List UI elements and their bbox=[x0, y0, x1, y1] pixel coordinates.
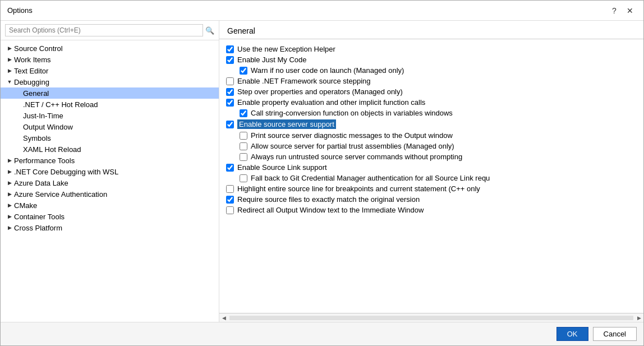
tree-item-symbols[interactable]: Symbols bbox=[1, 132, 219, 144]
tree-item-xaml-hot-reload[interactable]: XAML Hot Reload bbox=[1, 144, 219, 155]
tree-item-cmake[interactable]: ▶CMake bbox=[1, 200, 219, 211]
checkbox-enable-source-server[interactable] bbox=[226, 121, 234, 128]
checkbox-enable-property-eval[interactable] bbox=[226, 99, 234, 107]
dialog-title: Options bbox=[7, 6, 33, 15]
option-label-redirect-output-window: Redirect all Output Window text to the I… bbox=[237, 206, 424, 214]
checkbox-redirect-output-window[interactable] bbox=[226, 206, 234, 214]
option-label-enable-net-framework-stepping: Enable .NET Framework source stepping bbox=[237, 77, 370, 85]
bottom-bar: OK Cancel bbox=[1, 322, 643, 345]
tree-label-symbols: Symbols bbox=[23, 134, 214, 142]
tree-arrow-cross-platform: ▶ bbox=[5, 223, 14, 232]
checkbox-use-new-exception-helper[interactable] bbox=[226, 45, 234, 53]
option-label-enable-source-link: Enable Source Link support bbox=[237, 163, 327, 172]
content-area: 🔍 ▶Source Control▶Work Items▶Text Editor… bbox=[1, 21, 643, 322]
option-row-step-over-properties: Step over properties and operators (Mana… bbox=[226, 86, 637, 97]
option-row-allow-source-server-partial: Allow source server for partial trust as… bbox=[226, 141, 637, 151]
tree-label-cmake: CMake bbox=[14, 201, 214, 210]
tree-item-net-core-debugging[interactable]: ▶.NET Core Debugging with WSL bbox=[1, 166, 219, 177]
checkbox-step-over-properties[interactable] bbox=[226, 88, 234, 96]
tree-arrow-azure-data-lake: ▶ bbox=[5, 178, 14, 187]
option-row-print-source-server-diag: Print source server diagnostic messages … bbox=[226, 130, 637, 141]
tree-item-net-cpp-hot-reload[interactable]: .NET / C++ Hot Reload bbox=[1, 99, 219, 110]
option-label-require-source-files: Require source files to exactly match th… bbox=[237, 195, 420, 204]
tree-arrow-net-core-debugging: ▶ bbox=[5, 167, 14, 176]
checkbox-allow-source-server-partial[interactable] bbox=[240, 142, 247, 150]
tree-item-container-tools[interactable]: ▶Container Tools bbox=[1, 211, 219, 222]
tree-arrow-general bbox=[14, 89, 23, 98]
options-container[interactable]: Use the new Exception HelperEnable Just … bbox=[219, 39, 643, 313]
tree-item-just-in-time[interactable]: Just-In-Time bbox=[1, 110, 219, 121]
scroll-left-button[interactable]: ◀ bbox=[219, 313, 228, 322]
cancel-button[interactable]: Cancel bbox=[593, 327, 637, 341]
search-icon: 🔍 bbox=[205, 26, 214, 35]
checkbox-warn-no-user-code[interactable] bbox=[240, 67, 247, 75]
option-label-step-over-properties: Step over properties and operators (Mana… bbox=[237, 87, 403, 96]
tree-label-work-items: Work Items bbox=[14, 56, 214, 64]
tree-item-text-editor[interactable]: ▶Text Editor bbox=[1, 65, 219, 76]
scroll-right-button[interactable]: ▶ bbox=[634, 313, 643, 322]
option-row-require-source-files: Require source files to exactly match th… bbox=[226, 194, 637, 205]
tree-label-performance-tools: Performance Tools bbox=[14, 156, 214, 165]
checkbox-always-run-untrusted[interactable] bbox=[240, 153, 247, 161]
option-label-call-string-conversion: Call string-conversion function on objec… bbox=[251, 109, 453, 117]
option-row-enable-net-framework-stepping: Enable .NET Framework source stepping bbox=[226, 76, 637, 86]
option-label-highlight-source-line: Highlight entire source line for breakpo… bbox=[237, 184, 480, 193]
option-label-allow-source-server-partial: Allow source server for partial trust as… bbox=[251, 142, 454, 150]
tree-label-azure-service-auth: Azure Service Authentication bbox=[14, 190, 214, 199]
scroll-track bbox=[229, 316, 633, 320]
tree-item-azure-service-auth[interactable]: ▶Azure Service Authentication bbox=[1, 188, 219, 200]
tree-container[interactable]: ▶Source Control▶Work Items▶Text Editor▼D… bbox=[1, 40, 219, 322]
tree-item-debugging[interactable]: ▼Debugging bbox=[1, 76, 219, 87]
option-label-fall-back-git-credential: Fall back to Git Credential Manager auth… bbox=[251, 174, 490, 182]
tree-item-performance-tools[interactable]: ▶Performance Tools bbox=[1, 155, 219, 166]
tree-arrow-text-editor: ▶ bbox=[5, 66, 14, 75]
option-row-highlight-source-line: Highlight entire source line for breakpo… bbox=[226, 183, 637, 194]
tree-arrow-azure-service-auth: ▶ bbox=[5, 190, 14, 199]
title-bar-buttons: ? ✕ bbox=[608, 4, 637, 17]
checkbox-fall-back-git-credential[interactable] bbox=[240, 174, 247, 182]
tree-label-output-window: Output Window bbox=[23, 123, 214, 131]
checkbox-require-source-files[interactable] bbox=[226, 196, 234, 204]
option-label-warn-no-user-code: Warn if no user code on launch (Managed … bbox=[251, 66, 404, 75]
tree-label-general: General bbox=[23, 89, 214, 98]
tree-item-output-window[interactable]: Output Window bbox=[1, 121, 219, 132]
close-button[interactable]: ✕ bbox=[623, 4, 637, 17]
tree-label-debugging: Debugging bbox=[14, 78, 214, 86]
tree-label-xaml-hot-reload: XAML Hot Reload bbox=[23, 145, 214, 154]
tree-label-azure-data-lake: Azure Data Lake bbox=[14, 179, 214, 187]
help-button[interactable]: ? bbox=[608, 4, 621, 17]
option-row-enable-property-eval: Enable property evaluation and other imp… bbox=[226, 97, 637, 108]
tree-arrow-source-control: ▶ bbox=[5, 44, 14, 53]
tree-label-net-cpp-hot-reload: .NET / C++ Hot Reload bbox=[23, 100, 214, 109]
tree-item-general[interactable]: General bbox=[1, 87, 219, 99]
option-label-enable-source-server: Enable source server support bbox=[237, 119, 336, 129]
option-label-print-source-server-diag: Print source server diagnostic messages … bbox=[251, 131, 453, 140]
ok-button[interactable]: OK bbox=[556, 327, 588, 341]
checkbox-enable-net-framework-stepping[interactable] bbox=[226, 77, 234, 85]
option-label-always-run-untrusted: Always run untrusted source server comma… bbox=[251, 153, 462, 161]
options-dialog: Options ? ✕ 🔍 ▶Source Control▶Work Items… bbox=[0, 0, 644, 346]
checkbox-print-source-server-diag[interactable] bbox=[240, 132, 247, 140]
tree-item-work-items[interactable]: ▶Work Items bbox=[1, 54, 219, 65]
tree-item-source-control[interactable]: ▶Source Control bbox=[1, 43, 219, 54]
horizontal-scrollbar[interactable]: ◀ ▶ bbox=[219, 313, 643, 322]
tree-item-cross-platform[interactable]: ▶Cross Platform bbox=[1, 222, 219, 233]
tree-arrow-performance-tools: ▶ bbox=[5, 156, 14, 165]
checkbox-call-string-conversion[interactable] bbox=[240, 109, 247, 117]
tree-item-azure-data-lake[interactable]: ▶Azure Data Lake bbox=[1, 177, 219, 188]
tree-label-container-tools: Container Tools bbox=[14, 213, 214, 221]
checkbox-enable-just-my-code[interactable] bbox=[226, 56, 234, 64]
checkbox-highlight-source-line[interactable] bbox=[226, 185, 234, 193]
tree-arrow-debugging: ▼ bbox=[5, 77, 14, 86]
left-panel: 🔍 ▶Source Control▶Work Items▶Text Editor… bbox=[1, 21, 219, 322]
tree-arrow-output-window bbox=[14, 122, 23, 131]
tree-arrow-symbols bbox=[14, 133, 23, 142]
checkbox-enable-source-link[interactable] bbox=[226, 164, 234, 172]
option-label-use-new-exception-helper: Use the new Exception Helper bbox=[237, 45, 335, 53]
search-input[interactable] bbox=[5, 24, 203, 36]
option-row-enable-source-server: Enable source server support bbox=[226, 118, 637, 130]
right-panel: General Use the new Exception HelperEnab… bbox=[219, 21, 643, 322]
option-row-warn-no-user-code: Warn if no user code on launch (Managed … bbox=[226, 65, 637, 76]
tree-label-cross-platform: Cross Platform bbox=[14, 224, 214, 232]
tree-label-net-core-debugging: .NET Core Debugging with WSL bbox=[14, 168, 214, 176]
